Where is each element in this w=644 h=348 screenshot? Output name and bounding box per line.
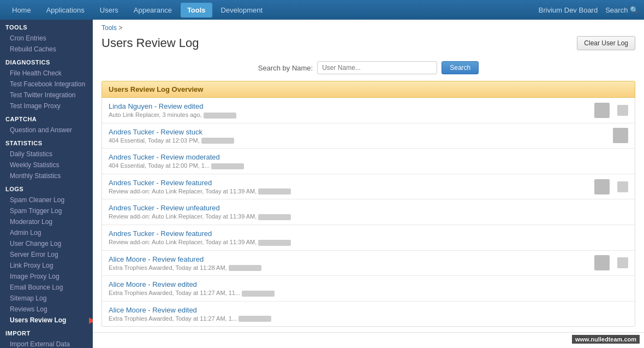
log-entry-content: Linda Nguyen - Review edited Auto Link R…: [109, 102, 589, 119]
sidebar-section-captcha: CAPTCHA: [0, 111, 93, 125]
log-entry-title[interactable]: Andres Tucker - Review featured: [109, 179, 212, 187]
sidebar-item-rebuild-caches[interactable]: Rebuild Caches: [0, 44, 93, 55]
sidebar-item-file-health-check[interactable]: File Health Check: [0, 68, 93, 79]
sidebar-item-email-bounce-log[interactable]: Email Bounce Log: [0, 282, 93, 293]
main-content: Tools > Users Review Log Clear User Log …: [93, 20, 644, 348]
sidebar: Tools Cron Entries Rebuild Caches Diagno…: [0, 20, 93, 348]
page-title: Users Review Log: [102, 36, 199, 50]
log-table: Linda Nguyen - Review edited Auto Link R…: [102, 98, 635, 327]
nav-applications[interactable]: Applications: [40, 3, 91, 17]
breadcrumb-tools-link[interactable]: Tools: [102, 24, 117, 32]
log-entry-subtitle: Review add-on: Auto Link Replacer, Today…: [109, 213, 628, 220]
clear-user-log-button[interactable]: Clear User Log: [577, 36, 635, 50]
footer-status: Showing 9 of 9 items: [93, 332, 644, 346]
log-row: Alice Moore - Review featured Extra Trop…: [102, 251, 635, 276]
sidebar-item-server-error-log[interactable]: Server Error Log: [0, 249, 93, 260]
sidebar-item-daily-stats[interactable]: Daily Statistics: [0, 149, 93, 160]
nav-right: Brivium Dev Board Search 🔍: [539, 6, 639, 14]
nav-development[interactable]: Development: [214, 3, 270, 17]
sidebar-item-sitemap-log[interactable]: Sitemap Log: [0, 293, 93, 304]
log-entry-content: Alice Moore - Review edited Extra Trophi…: [109, 306, 628, 322]
breadcrumb-separator: >: [118, 24, 122, 32]
avatar: [594, 103, 610, 118]
sidebar-item-test-image-proxy[interactable]: Test Image Proxy: [0, 101, 93, 111]
sidebar-item-test-twitter[interactable]: Test Twitter Integration: [0, 90, 93, 101]
page-header: Users Review Log Clear User Log: [93, 34, 644, 57]
sidebar-item-weekly-stats[interactable]: Weekly Statistics: [0, 160, 93, 170]
sidebar-item-reviews-log[interactable]: Reviews Log: [0, 304, 93, 315]
breadcrumb: Tools >: [93, 20, 644, 34]
sidebar-item-import-external-data[interactable]: Import External Data: [0, 339, 93, 348]
nav-items-left: Home Applications Users Appearance Tools…: [5, 3, 269, 17]
sidebar-item-user-change-log[interactable]: User Change Log: [0, 238, 93, 249]
main-layout: Tools Cron Entries Rebuild Caches Diagno…: [0, 20, 644, 348]
log-entry-content: Andres Tucker - Review unfeatured Review…: [109, 204, 628, 220]
sidebar-section-import: Import: [0, 326, 93, 339]
sidebar-item-cron-entries[interactable]: Cron Entries: [0, 33, 93, 44]
log-entry-subtitle: Extra Trophies Awarded, Today at 11:27 A…: [109, 315, 628, 322]
log-entry-title[interactable]: Alice Moore - Review featured: [109, 255, 204, 263]
search-input[interactable]: [317, 61, 437, 74]
sidebar-item-moderator-log[interactable]: Moderator Log: [0, 216, 93, 227]
sidebar-item-qa[interactable]: Question and Answer: [0, 125, 93, 135]
log-entry-title[interactable]: Linda Nguyen - Review edited: [109, 102, 203, 110]
log-row: Linda Nguyen - Review edited Auto Link R…: [102, 98, 635, 123]
avatar: [613, 128, 628, 143]
avatar-small: [617, 105, 628, 116]
log-row: Alice Moore - Review edited Extra Trophi…: [102, 276, 635, 302]
sidebar-item-admin-log[interactable]: Admin Log: [0, 227, 93, 238]
log-entry-title[interactable]: Andres Tucker - Review moderated: [109, 153, 220, 161]
sidebar-section-statistics: Statistics: [0, 135, 93, 149]
site-name: Brivium Dev Board: [539, 6, 598, 14]
log-entry-content: Andres Tucker - Review moderated 404 Ess…: [109, 153, 628, 169]
log-row: Andres Tucker - Review featured Review a…: [102, 174, 635, 200]
avatar-small: [617, 257, 628, 268]
log-entry-title[interactable]: Alice Moore - Review edited: [109, 306, 197, 314]
log-entry-subtitle: 404 Essential, Today at 12:00 PM, 1...: [109, 162, 628, 169]
log-row: Alice Moore - Review edited Extra Trophi…: [102, 302, 635, 327]
log-entry-subtitle: Extra Trophies Awarded, Today at 11:27 A…: [109, 290, 628, 297]
log-entry-title[interactable]: Andres Tucker - Review unfeatured: [109, 204, 220, 212]
nav-home[interactable]: Home: [5, 3, 38, 17]
log-row: Andres Tucker - Review unfeatured Review…: [102, 199, 635, 225]
search-button[interactable]: Search: [442, 61, 479, 74]
avatar-small: [617, 181, 628, 192]
log-row: Andres Tucker - Review featured Review a…: [102, 225, 635, 251]
sidebar-item-image-proxy-log[interactable]: Image Proxy Log: [0, 271, 93, 282]
search-link[interactable]: Search 🔍: [605, 6, 639, 14]
log-entry-title[interactable]: Alice Moore - Review edited: [109, 280, 197, 288]
log-entry-subtitle: Review add-on: Auto Link Replacer, Today…: [109, 188, 589, 195]
log-entry-subtitle: Extra Trophies Awarded, Today at 11:28 A…: [109, 264, 589, 272]
nav-appearance[interactable]: Appearance: [127, 3, 178, 17]
sidebar-section-tools: Tools: [0, 20, 93, 33]
log-entry-content: Alice Moore - Review featured Extra Trop…: [109, 255, 589, 272]
search-icon[interactable]: 🔍: [630, 6, 639, 14]
search-label: Search: [605, 6, 628, 14]
sidebar-item-link-proxy-log[interactable]: Link Proxy Log: [0, 260, 93, 271]
sidebar-item-users-review-log[interactable]: Users Review Log: [0, 315, 93, 326]
log-entry-subtitle: Auto Link Replacer, 3 minutes ago,: [109, 111, 589, 119]
log-row: Andres Tucker - Review moderated 404 Ess…: [102, 149, 635, 174]
avatar: [594, 255, 610, 270]
log-row: Andres Tucker - Review stuck 404 Essenti…: [102, 123, 635, 149]
sidebar-item-spam-cleaner-log[interactable]: Spam Cleaner Log: [0, 194, 93, 205]
sidebar-section-logs: Logs: [0, 181, 93, 194]
nav-tools[interactable]: Tools: [181, 3, 212, 17]
log-entry-title[interactable]: Andres Tucker - Review stuck: [109, 128, 202, 136]
top-navigation: Home Applications Users Appearance Tools…: [0, 0, 644, 20]
log-entry-content: Andres Tucker - Review featured Review a…: [109, 229, 628, 246]
sidebar-item-test-facebook[interactable]: Test Facebook Integration: [0, 79, 93, 90]
search-bar: Search by Name: Search: [93, 57, 644, 81]
log-entry-content: Andres Tucker - Review stuck 404 Essenti…: [109, 128, 607, 144]
sidebar-item-monthly-stats[interactable]: Monthly Statistics: [0, 170, 93, 181]
sidebar-item-spam-trigger-log[interactable]: Spam Trigger Log: [0, 205, 93, 216]
log-entry-content: Andres Tucker - Review featured Review a…: [109, 179, 589, 195]
sidebar-section-diagnostics: Diagnostics: [0, 55, 93, 68]
watermark: www.nulledteam.com: [572, 335, 640, 344]
nav-users[interactable]: Users: [93, 3, 125, 17]
log-entry-content: Alice Moore - Review edited Extra Trophi…: [109, 280, 628, 297]
log-entry-subtitle: Review add-on: Auto Link Replacer, Today…: [109, 239, 628, 246]
log-entry-title[interactable]: Andres Tucker - Review featured: [109, 229, 212, 238]
avatar: [594, 179, 610, 194]
overview-header: Users Review Log Overview: [102, 81, 635, 98]
